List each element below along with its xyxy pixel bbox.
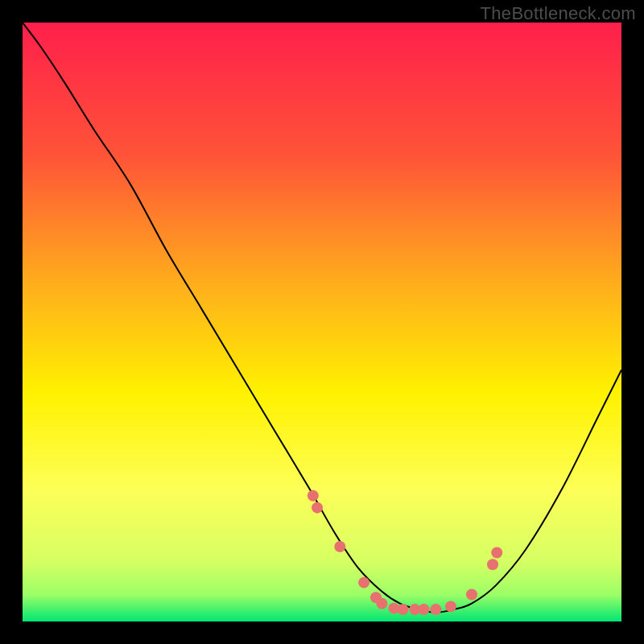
data-marker <box>430 604 441 615</box>
data-marker <box>334 541 345 552</box>
chart-canvas <box>23 23 621 621</box>
chart-frame: TheBottleneck.com <box>0 0 644 644</box>
data-marker <box>466 589 477 601</box>
watermark-text: TheBottleneck.com <box>481 3 636 24</box>
data-marker <box>308 490 319 502</box>
data-marker <box>491 547 502 558</box>
data-marker <box>487 559 498 570</box>
data-marker <box>397 604 408 615</box>
data-marker <box>312 502 323 514</box>
data-marker <box>418 604 429 615</box>
data-marker <box>376 598 387 609</box>
gradient-background <box>23 23 621 621</box>
data-marker <box>445 601 456 612</box>
plot-area <box>23 23 621 621</box>
data-marker <box>358 577 369 588</box>
